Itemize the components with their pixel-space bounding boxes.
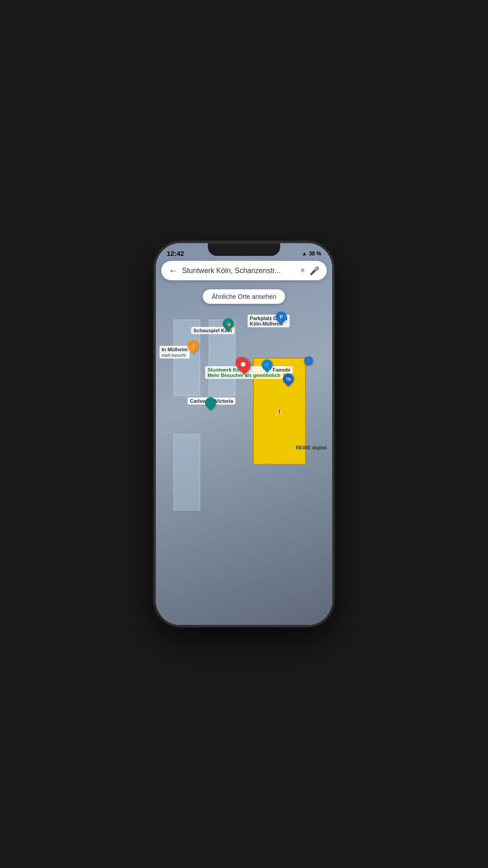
photo-grid: ⚠️ — [163, 539, 325, 616]
status-icons: ▲ 38 % — [302, 250, 321, 257]
poi-carlswerk: 🎵 — [205, 397, 216, 408]
poi-bubble-right: 📍 — [304, 356, 313, 365]
map-suggestion-pill[interactable]: Ähnliche Orte ansehen — [203, 289, 285, 304]
location-icon: 📍 — [306, 359, 311, 363]
poi-restaurant: 🍴 — [188, 340, 198, 351]
poi-bubble-restaurant: 🍴 — [185, 338, 201, 354]
notch — [208, 243, 280, 256]
poi-schauspiel: 🎭 — [223, 318, 234, 329]
parking-icon: P — [280, 314, 283, 319]
search-input[interactable]: Stuntwerk Köln, Schanzenstr... — [182, 267, 296, 275]
venue-icon: 🎵 — [207, 400, 214, 406]
poi-bubble-shop: 🛒 — [259, 357, 275, 373]
battery-icon: 38 % — [309, 250, 321, 257]
status-time: 12:42 — [167, 250, 184, 257]
restaurant-icon: 🍴 — [190, 343, 196, 349]
mic-button[interactable]: 🎤 — [310, 266, 319, 276]
phone-frame: 12:42 ▲ 38 % ← Stuntwerk Köln, Schanzens… — [156, 243, 332, 625]
back-button[interactable]: ← — [169, 265, 178, 276]
poi-parking: P — [276, 311, 286, 322]
theater-icon: 🎭 — [225, 321, 231, 327]
poi-bubble-schauspiel: 🎭 — [221, 316, 236, 331]
map-label-muelheim: In Mülheimstark besucht — [160, 346, 190, 359]
phone-screen: 12:42 ▲ 38 % ← Stuntwerk Köln, Schanzens… — [156, 243, 332, 625]
map-label-famobi: Famobi — [271, 366, 293, 373]
search-bar: ← Stuntwerk Köln, Schanzenstr... × 🎤 — [161, 261, 327, 280]
poi-bubble-parking: P — [273, 309, 289, 325]
poi-shop: 🛒 — [262, 359, 272, 370]
poi-bubble-famobi: 🛍 — [281, 371, 296, 387]
signal-icon: ▲ — [302, 250, 307, 257]
poi-bubble-carlswerk: 🎵 — [203, 395, 218, 410]
poi-famobi: 🛍 — [283, 373, 294, 384]
bag-icon: 🛍 — [286, 376, 291, 382]
map-label-rewe: REWE digital — [296, 445, 327, 450]
place-panel: Stuntwerk Köln 4,5 ★★★★½ (1.075) ⓘ Klett… — [156, 463, 332, 616]
poi-right: 📍 — [304, 356, 313, 365]
shop-icon: 🛒 — [264, 362, 270, 368]
main-map-pin — [237, 356, 249, 373]
clear-button[interactable]: × — [300, 266, 305, 275]
